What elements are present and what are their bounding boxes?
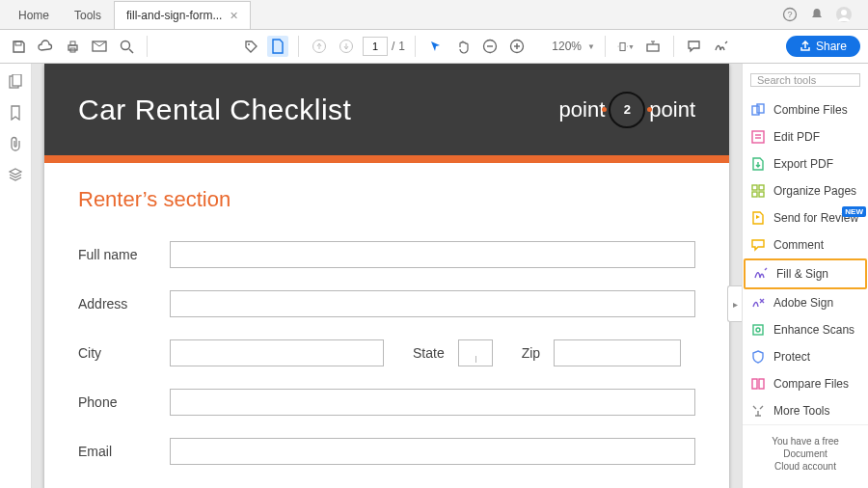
search-icon[interactable] (116, 36, 137, 57)
tool-compare-files[interactable]: Compare Files (743, 370, 868, 397)
tool-label: Compare Files (773, 377, 849, 391)
input-email[interactable] (170, 438, 695, 465)
label-zip: Zip (522, 345, 540, 361)
zoom-dropdown[interactable]: 120%▼ (533, 40, 595, 53)
right-tools-panel: Search tools Combine FilesEdit PDFExport… (742, 64, 868, 488)
tool-icon (750, 349, 766, 365)
tool-export-pdf[interactable]: Export PDF (743, 150, 868, 177)
accent-stripe (44, 155, 729, 163)
svg-rect-19 (620, 42, 625, 50)
svg-rect-30 (752, 192, 757, 197)
label-city: City (78, 345, 170, 361)
tool-icon (750, 403, 766, 419)
tool-label: Enhance Scans (773, 323, 854, 337)
tool-comment[interactable]: Comment (743, 231, 868, 258)
tool-fill-sign[interactable]: Fill & Sign (744, 258, 867, 289)
svg-rect-32 (753, 325, 763, 335)
close-icon[interactable]: ✕ (230, 10, 238, 22)
tool-adobe-sign[interactable]: Adobe Sign (743, 289, 868, 316)
tool-edit-pdf[interactable]: Edit PDF (743, 123, 868, 150)
tag-icon[interactable] (240, 36, 261, 57)
tool-label: Combine Files (773, 103, 848, 117)
tool-label: Export PDF (773, 157, 833, 171)
fit-width-icon[interactable]: ▼ (615, 36, 637, 57)
tool-label: Adobe Sign (773, 296, 833, 310)
tool-label: Protect (773, 350, 810, 364)
tool-icon (750, 322, 766, 338)
tool-label: Fill & Sign (776, 267, 828, 281)
input-fullname[interactable] (170, 241, 695, 268)
svg-rect-35 (759, 379, 764, 389)
document-viewport[interactable]: Car Rental Checklist point 2 point Rente… (32, 64, 742, 488)
svg-rect-31 (759, 192, 764, 197)
svg-point-3 (841, 10, 847, 15)
print-icon[interactable] (62, 36, 83, 57)
zoom-out-icon[interactable] (479, 36, 501, 57)
zoom-in-icon[interactable] (506, 36, 528, 57)
svg-line-10 (129, 49, 133, 53)
tool-more-tools[interactable]: More Tools (743, 397, 868, 424)
separator (605, 36, 606, 57)
tool-icon (750, 129, 766, 145)
input-state[interactable] (458, 339, 493, 366)
separator (147, 36, 148, 57)
section-heading: Renter’s section (78, 187, 695, 212)
thumbnails-icon[interactable] (7, 73, 24, 91)
prev-page-icon[interactable] (309, 36, 330, 57)
sign-icon[interactable] (711, 36, 732, 57)
label-fullname: Full name (78, 247, 170, 262)
label-email: Email (78, 444, 170, 459)
attachment-icon[interactable] (7, 135, 24, 152)
input-address[interactable] (170, 290, 695, 317)
next-page-icon[interactable] (336, 36, 357, 57)
separator (415, 36, 416, 57)
bookmark-icon[interactable] (7, 104, 24, 122)
pointer-icon[interactable] (425, 36, 447, 57)
tool-label: Organize Pages (773, 184, 856, 198)
svg-point-11 (248, 43, 250, 45)
page-icon[interactable] (267, 36, 288, 57)
tool-icon (750, 156, 766, 172)
tool-label: Edit PDF (773, 130, 820, 144)
brand-logo: point 2 point (559, 92, 695, 128)
new-badge: NEW (842, 206, 866, 217)
svg-rect-34 (752, 379, 757, 389)
pdf-page: Car Rental Checklist point 2 point Rente… (44, 64, 729, 488)
user-icon[interactable] (835, 6, 853, 23)
mail-icon[interactable] (89, 36, 110, 57)
title-tabs: Home Tools fill-and-sign-form... ✕ ? (0, 0, 868, 30)
bell-icon[interactable] (808, 6, 826, 23)
cloud-icon[interactable] (35, 36, 56, 57)
share-button[interactable]: Share (786, 36, 860, 57)
svg-rect-28 (752, 185, 757, 190)
comment-icon[interactable] (684, 36, 705, 57)
tab-home[interactable]: Home (6, 1, 62, 29)
tool-icon (750, 183, 766, 199)
save-icon[interactable] (8, 36, 29, 57)
collapse-panel-icon[interactable]: ▸ (727, 285, 742, 322)
svg-rect-22 (13, 74, 21, 86)
fit-page-icon[interactable] (642, 36, 664, 57)
tool-combine-files[interactable]: Combine Files (743, 96, 868, 123)
input-zip[interactable] (554, 339, 681, 366)
label-address: Address (78, 296, 170, 312)
tool-label: More Tools (773, 404, 829, 418)
hand-icon[interactable] (452, 36, 474, 57)
tab-tools[interactable]: Tools (62, 1, 114, 29)
svg-point-9 (121, 41, 129, 49)
separator (673, 36, 674, 57)
input-phone[interactable] (170, 389, 695, 416)
tab-file[interactable]: fill-and-sign-form... ✕ (114, 1, 251, 29)
input-city[interactable] (170, 339, 384, 366)
tool-send-for-review[interactable]: Send for ReviewNEW (743, 204, 868, 231)
page-current-input[interactable] (363, 37, 388, 56)
tool-organize-pages[interactable]: Organize Pages (743, 177, 868, 204)
page-counter: / 1 (363, 37, 405, 56)
layers-icon[interactable] (7, 166, 24, 183)
svg-rect-20 (647, 44, 659, 51)
help-icon[interactable]: ? (781, 6, 799, 23)
separator (298, 36, 299, 57)
search-tools-input[interactable]: Search tools (750, 73, 860, 87)
tool-enhance-scans[interactable]: Enhance Scans (743, 316, 868, 343)
tool-protect[interactable]: Protect (743, 343, 868, 370)
